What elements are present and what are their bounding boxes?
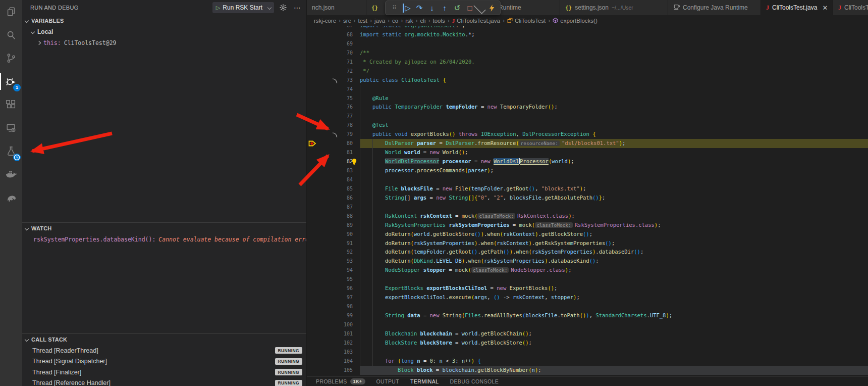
extensions-activity-item[interactable] xyxy=(0,93,22,116)
code-token: import static xyxy=(360,26,405,28)
code-line-92[interactable]: 92doReturn(tempFolder.getRoot().getPath(… xyxy=(307,248,868,257)
continue-button[interactable]: ▷ xyxy=(401,3,412,14)
code-line-68[interactable]: 68import static org.mockito.Mockito.*; xyxy=(307,30,868,39)
panel-tab-debug-console[interactable]: DEBUG CONSOLE xyxy=(450,378,499,384)
breadcrumb-item[interactable]: exportBlocks() xyxy=(553,18,598,24)
tab-clitoolstest-java[interactable]: JCliToolsTest.java xyxy=(833,0,868,15)
code-line-88[interactable]: 88RskContext rskContext = mock(classToMo… xyxy=(307,212,868,221)
tab-clitoolstest-java[interactable]: JCliToolsTest.java✕ xyxy=(761,0,833,15)
code-line-80[interactable]: 80DslParser parser = DslParser.fromResou… xyxy=(307,139,868,148)
source-control-activity-item[interactable] xyxy=(0,46,22,70)
breadcrumb-item[interactable]: rskj-core xyxy=(314,18,336,24)
close-icon[interactable]: ✕ xyxy=(822,4,828,12)
explorer-activity-item[interactable] xyxy=(0,0,22,23)
code-line-76[interactable]: 76public TemporaryFolder tempFolder = ne… xyxy=(307,103,868,112)
code-line-90[interactable]: 90doReturn(world.getBlockStore()).when(r… xyxy=(307,230,868,239)
code-line-97[interactable]: 97exportBlocksCliTool.execute(args, () -… xyxy=(307,293,868,302)
panel-tab-problems[interactable]: PROBLEMS1K+ xyxy=(316,378,365,384)
code-line-78[interactable]: 78@Test xyxy=(307,121,868,130)
breadcrumb-item[interactable]: test xyxy=(358,18,367,24)
code-line-85[interactable]: 85File blocksFile = new File(tempFolder.… xyxy=(307,184,868,194)
code-line-82[interactable]: 82WorldDslProcessor processor = new Worl… xyxy=(307,157,868,166)
code-editor[interactable]: 67import static org.junit.Assert.*;68imp… xyxy=(307,26,868,377)
breadcrumb-item[interactable]: src xyxy=(343,18,351,24)
code-line-87[interactable]: 87 xyxy=(307,203,868,212)
code-line-93[interactable]: 93doReturn(DbKind.LEVEL_DB).when(rskSyst… xyxy=(307,257,868,266)
line-number: 68 xyxy=(318,30,353,39)
code-line-99[interactable]: 99String data = new String(Files.readAll… xyxy=(307,311,868,320)
step-out-button[interactable]: ↑ xyxy=(439,3,450,14)
code-line-71[interactable]: 71 * Created by ajlopez on 26/04/2020. xyxy=(307,58,868,67)
code-line-83[interactable]: 83processor.processCommands(parser); xyxy=(307,166,868,175)
code-line-75[interactable]: 75@Rule xyxy=(307,94,868,103)
watch-section-header[interactable]: WATCH xyxy=(22,223,306,234)
call-stack-thread-row[interactable]: Thread [ReaderThread]RUNNING xyxy=(22,345,306,356)
tab-configure-java-runtime[interactable]: Configure Java Runtime xyxy=(668,0,761,15)
stop-button[interactable]: □ xyxy=(464,3,475,14)
code-line-95[interactable]: 95 xyxy=(307,275,868,284)
breadcrumb-item[interactable]: co xyxy=(392,18,398,24)
code-line-73[interactable]: 73public class CliToolsTest { xyxy=(307,76,868,85)
more-actions-icon[interactable]: ⋯ xyxy=(292,3,302,13)
testing-flask-activity-item[interactable] xyxy=(0,139,22,163)
code-line-89[interactable]: 89RskSystemProperties rskSystemPropertie… xyxy=(307,221,868,230)
line-number: 78 xyxy=(318,121,353,130)
breadcrumb-item[interactable]: cli xyxy=(420,18,426,24)
code-line-79[interactable]: 79public void exportBlocks() throws IOEx… xyxy=(307,130,868,139)
breadcrumb-item[interactable]: CliToolsTest xyxy=(507,18,546,24)
code-line-70[interactable]: 70/** xyxy=(307,49,868,58)
code-line-104[interactable]: 104for (long n = 0; n < 3; n++) { xyxy=(307,357,868,366)
code-line-72[interactable]: 72 */ xyxy=(307,67,868,76)
tab-settings-json[interactable]: {}settings.json~/.../User xyxy=(560,0,668,15)
code-line-98[interactable]: 98 xyxy=(307,302,868,311)
watch-expression-row[interactable]: rskSystemProperties.databaseKind():Canno… xyxy=(22,234,306,245)
panel-tab-output[interactable]: OUTPUT xyxy=(376,378,400,384)
code-line-86[interactable]: 86String[] args = new String[]{"0", "2",… xyxy=(307,194,868,203)
code-token: ++ xyxy=(465,358,471,364)
call-stack-thread-row[interactable]: Thread [Reference Handler]RUNNING xyxy=(22,378,306,386)
code-line-105[interactable]: 105Block block = blockchain.getBlockByNu… xyxy=(307,366,868,375)
code-line-84[interactable]: 84 xyxy=(307,175,868,184)
tab-nch-json[interactable]: nch.json xyxy=(307,0,366,15)
call-stack-thread-row[interactable]: Thread [Finalizer]RUNNING xyxy=(22,367,306,378)
code-line-81[interactable]: 81World world = new World(); xyxy=(307,148,868,157)
breadcrumb-item[interactable]: rsk xyxy=(405,18,413,24)
code-line-74[interactable]: 74 xyxy=(307,85,868,94)
code-line-100[interactable]: 100 xyxy=(307,320,868,329)
code-line-67[interactable]: 67import static org.junit.Assert.*; xyxy=(307,26,868,30)
code-line-101[interactable]: 101Blockchain blockchain = world.getBloc… xyxy=(307,329,868,339)
code-line-94[interactable]: 94NodeStopper stopper = mock(classToMock… xyxy=(307,266,868,275)
variable-row[interactable]: this:CliToolsTest@29 xyxy=(22,37,306,49)
gradle-activity-item[interactable] xyxy=(0,186,22,209)
code-line-102[interactable]: 102BlockStore blockStore = world.getBloc… xyxy=(307,339,868,348)
code-line-69[interactable]: 69 xyxy=(307,39,868,49)
search-activity-item[interactable] xyxy=(0,23,22,46)
variables-scope-local[interactable]: Local xyxy=(22,26,306,37)
step-into-button[interactable]: ↓ xyxy=(426,3,438,14)
call-stack-section-header[interactable]: CALL STACK xyxy=(22,334,306,345)
code-line-96[interactable]: 96ExportBlocks exportBlocksCliTool = new… xyxy=(307,284,868,293)
breadcrumb-item[interactable]: JCliToolsTest.java xyxy=(452,18,500,24)
gear-icon[interactable] xyxy=(278,3,288,13)
panel-tab-terminal[interactable]: TERMINAL xyxy=(410,378,439,384)
code-line-103[interactable]: 103 xyxy=(307,348,868,357)
thread-label: Thread [Finalizer] xyxy=(32,369,275,376)
breadcrumb-item[interactable]: tools xyxy=(432,18,445,24)
call-stack-thread-row[interactable]: Thread [Signal Dispatcher]RUNNING xyxy=(22,356,306,367)
run-debug-activity-item[interactable]: 1 xyxy=(0,70,22,93)
code-token: ; xyxy=(640,249,643,255)
code-line-91[interactable]: 91doReturn(rskSystemProperties).when(rsk… xyxy=(307,239,868,248)
restart-button[interactable]: ↺ xyxy=(452,3,463,14)
breadcrumb-item[interactable]: java xyxy=(374,18,385,24)
docker-activity-item[interactable] xyxy=(0,163,22,186)
hot-code-replace-button[interactable] xyxy=(486,3,497,14)
toolbar-drag-handle[interactable]: ⠿ xyxy=(389,3,400,14)
launch-config-dropdown[interactable]: ▷ Run RSK Start xyxy=(212,2,274,13)
variables-section-header[interactable]: VARIABLES xyxy=(22,15,306,26)
breakpoint-current-line-icon[interactable] xyxy=(308,139,317,148)
stop-dropdown-chevron-icon[interactable] xyxy=(473,2,485,14)
code-line-77[interactable]: 77 xyxy=(307,112,868,121)
step-over-button[interactable]: ↷ xyxy=(414,3,425,14)
remote-explorer-activity-item[interactable] xyxy=(0,116,22,139)
code-token: = xyxy=(452,330,462,336)
